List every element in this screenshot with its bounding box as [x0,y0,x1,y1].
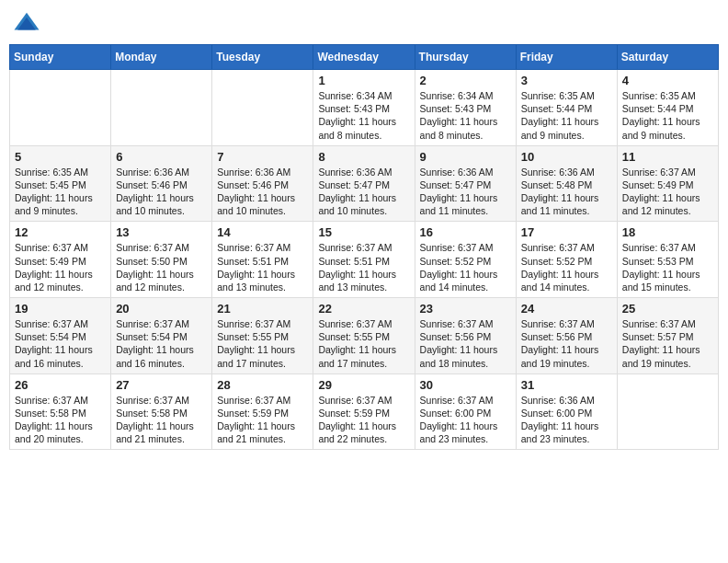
day-number: 25 [622,302,713,316]
calendar-day-4: 4Sunrise: 6:35 AMSunset: 5:44 PMDaylight… [617,70,718,146]
day-info-line: Sunrise: 6:34 AM [318,89,409,102]
day-info-line: Daylight: 11 hours [116,191,207,204]
day-info-line: Sunrise: 6:37 AM [521,317,612,330]
weekday-header-sunday: Sunday [10,45,111,70]
day-info-line: Daylight: 11 hours [318,343,409,356]
day-number: 24 [521,302,612,316]
calendar-day-14: 14Sunrise: 6:37 AMSunset: 5:51 PMDayligh… [212,222,313,298]
day-info-line: Sunset: 5:54 PM [116,330,207,343]
day-info-line: and 17 minutes. [318,357,409,370]
day-info-line: and 11 minutes. [521,204,612,217]
day-info-line: Sunset: 5:58 PM [116,407,207,419]
day-info-line: and 23 minutes. [420,432,511,445]
day-number: 5 [15,150,106,164]
day-info-line: Sunset: 6:00 PM [521,407,612,419]
day-info-line: Sunrise: 6:37 AM [521,241,612,254]
day-info-line: Daylight: 11 hours [15,268,106,281]
calendar-day-19: 19Sunrise: 6:37 AMSunset: 5:54 PMDayligh… [10,298,111,374]
day-info-line: Daylight: 11 hours [420,115,511,128]
calendar-day-29: 29Sunrise: 6:37 AMSunset: 5:59 PMDayligh… [313,373,415,450]
day-info-line: Daylight: 11 hours [521,268,612,281]
calendar-day-11: 11Sunrise: 6:37 AMSunset: 5:49 PMDayligh… [617,145,718,222]
day-info-line: Daylight: 11 hours [217,419,308,432]
day-info-line: and 19 minutes. [521,357,612,370]
calendar-day-23: 23Sunrise: 6:37 AMSunset: 5:56 PMDayligh… [415,298,516,374]
day-info-line: and 9 minutes. [521,129,612,142]
day-number: 15 [318,225,409,239]
day-info-line: Daylight: 11 hours [217,343,308,356]
day-info-line: Sunrise: 6:36 AM [420,166,511,178]
day-info-line: and 8 minutes. [318,129,409,142]
day-info-line: Daylight: 11 hours [622,268,713,281]
day-info-line: Sunrise: 6:35 AM [521,89,612,102]
day-info-line: and 12 minutes. [622,204,713,217]
day-info-line: Sunset: 5:52 PM [420,255,511,268]
day-info-line: Sunrise: 6:37 AM [15,317,106,330]
day-info-line: and 9 minutes. [15,204,106,217]
day-info-line: Sunset: 5:46 PM [217,178,308,191]
day-info-line: Sunrise: 6:37 AM [420,394,511,407]
day-info-line: Sunset: 5:49 PM [15,255,106,268]
day-info-line: Sunrise: 6:37 AM [318,241,409,254]
day-info-line: Sunrise: 6:37 AM [622,317,713,330]
day-info-line: Daylight: 11 hours [420,343,511,356]
day-info-line: and 9 minutes. [622,129,713,142]
day-info-line: and 21 minutes. [116,432,207,445]
calendar-day-22: 22Sunrise: 6:37 AMSunset: 5:55 PMDayligh… [313,298,415,374]
day-info-line: and 14 minutes. [521,281,612,293]
day-number: 31 [521,378,612,392]
day-info-line: Sunset: 5:43 PM [420,102,511,115]
day-info-line: Sunset: 5:51 PM [318,255,409,268]
day-info-line: Sunset: 5:46 PM [116,178,207,191]
day-info-line: Sunset: 5:45 PM [15,178,106,191]
day-info-line: Daylight: 11 hours [116,419,207,432]
day-info-line: Sunrise: 6:37 AM [318,317,409,330]
day-info-line: Sunrise: 6:37 AM [15,394,106,407]
day-info-line: Sunrise: 6:34 AM [420,89,511,102]
day-info-line: and 11 minutes. [420,204,511,217]
day-info-line: Sunset: 5:54 PM [15,330,106,343]
day-number: 18 [622,225,713,239]
day-number: 29 [318,378,409,392]
day-info-line: Sunrise: 6:35 AM [15,166,106,178]
day-info-line: and 14 minutes. [420,281,511,293]
calendar-day-24: 24Sunrise: 6:37 AMSunset: 5:56 PMDayligh… [516,298,617,374]
day-info-line: Sunrise: 6:37 AM [15,241,106,254]
calendar-day-3: 3Sunrise: 6:35 AMSunset: 5:44 PMDaylight… [516,70,617,146]
day-info-line: and 17 minutes. [217,357,308,370]
weekday-header-friday: Friday [516,45,617,70]
day-info-line: Daylight: 11 hours [318,419,409,432]
day-info-line: and 10 minutes. [318,204,409,217]
calendar-week-row: 12Sunrise: 6:37 AMSunset: 5:49 PMDayligh… [10,222,719,298]
day-info-line: Daylight: 11 hours [15,343,106,356]
logo [13,9,44,37]
day-info-line: and 15 minutes. [622,281,713,293]
calendar-day-8: 8Sunrise: 6:36 AMSunset: 5:47 PMDaylight… [313,145,415,222]
day-info-line: Sunset: 5:47 PM [420,178,511,191]
day-number: 8 [318,150,409,164]
day-info-line: Sunrise: 6:37 AM [420,241,511,254]
day-number: 6 [116,150,207,164]
day-info-line: and 20 minutes. [15,432,106,445]
day-number: 3 [521,74,612,87]
calendar-day-28: 28Sunrise: 6:37 AMSunset: 5:59 PMDayligh… [212,373,313,450]
calendar-day-6: 6Sunrise: 6:36 AMSunset: 5:46 PMDaylight… [111,145,212,222]
day-info-line: Sunrise: 6:35 AM [622,89,713,102]
calendar-day-30: 30Sunrise: 6:37 AMSunset: 6:00 PMDayligh… [415,373,516,450]
page-header [9,9,719,37]
calendar-week-row: 26Sunrise: 6:37 AMSunset: 5:58 PMDayligh… [10,373,719,450]
day-info-line: Sunrise: 6:37 AM [217,394,308,407]
day-info-line: and 8 minutes. [420,129,511,142]
calendar-week-row: 1Sunrise: 6:34 AMSunset: 5:43 PMDaylight… [10,70,719,146]
day-number: 21 [217,302,308,316]
day-number: 23 [420,302,511,316]
day-info-line: Sunset: 5:47 PM [318,178,409,191]
weekday-header-row: SundayMondayTuesdayWednesdayThursdayFrid… [10,45,719,70]
day-info-line: and 18 minutes. [420,357,511,370]
day-number: 11 [622,150,713,164]
day-info-line: Daylight: 11 hours [420,419,511,432]
day-info-line: and 16 minutes. [15,357,106,370]
day-info-line: Sunset: 5:53 PM [622,255,713,268]
calendar-day-1: 1Sunrise: 6:34 AMSunset: 5:43 PMDaylight… [313,70,415,146]
day-info-line: Sunset: 5:58 PM [15,407,106,419]
